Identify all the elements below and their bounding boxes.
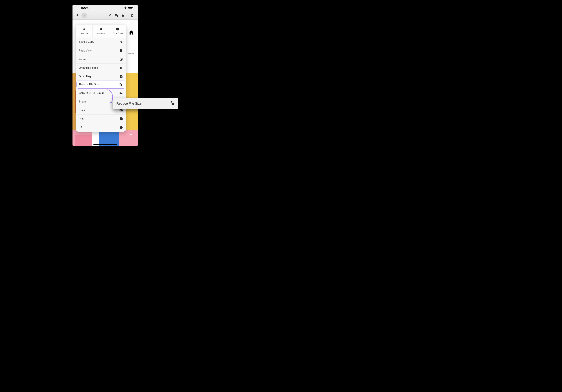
callout-label: Reduce File Size [117, 102, 141, 105]
callout-reduce-file-size: Reduce File Size [113, 98, 178, 109]
menu-item-label: Organize Pages [79, 67, 98, 69]
doc-tile-blue [99, 130, 119, 146]
svg-rect-1 [132, 7, 133, 8]
cell-signal-dots-icon [120, 8, 123, 8]
svg-rect-3 [121, 42, 122, 43]
lock-icon [99, 27, 102, 31]
edit-text-button[interactable] [114, 13, 119, 18]
menu-save-a-copy[interactable]: Save a Copy [76, 38, 126, 46]
printer-icon [119, 117, 123, 120]
svg-rect-9 [121, 68, 122, 69]
menu-item-label: Reduce File Size [79, 83, 99, 86]
dropdown-caret [84, 25, 87, 25]
copy-icon [119, 40, 123, 43]
menu-item-label: Go to Page [79, 75, 92, 78]
password-label: Password [97, 32, 105, 35]
svg-rect-8 [120, 68, 121, 69]
info-icon [119, 126, 123, 129]
menu-print[interactable]: Print [76, 114, 126, 123]
highlighter-button[interactable] [107, 13, 113, 18]
menu-item-label: Share [79, 100, 86, 103]
menu-item-label: Copy to UPDF Cloud [79, 91, 104, 94]
doc-tile-white [92, 130, 99, 146]
menu-copy-to-cloud[interactable]: Copy to UPDF Cloud [76, 89, 126, 97]
home-indicator [94, 144, 117, 145]
svg-rect-6 [120, 67, 121, 67]
status-bar: 15:25 [72, 5, 138, 11]
menu-item-label: Save a Copy [79, 40, 94, 43]
battery-icon [128, 6, 133, 10]
search-pages-button[interactable] [130, 13, 135, 18]
svg-rect-5 [121, 58, 122, 60]
toolbar-separator [128, 13, 128, 17]
phone-frame: 15:25 [72, 5, 138, 146]
svg-rect-7 [121, 67, 122, 67]
dropdown-top-actions: Favorite Password Slide Show [76, 25, 126, 38]
dropdown-toggle-button[interactable] [82, 13, 87, 18]
menu-zoom[interactable]: Zoom [76, 55, 126, 63]
menu-item-label: Zoom [79, 58, 86, 61]
svg-point-13 [122, 118, 122, 119]
menu-item-label: Email [79, 109, 85, 112]
toolbar [72, 11, 138, 20]
password-action[interactable]: Password [93, 25, 109, 38]
doc-year-label: Year 2023 [128, 53, 135, 54]
svg-rect-15 [121, 127, 121, 128]
dropdown-menu-list: Save a Copy Page View Zoom Organize Page… [76, 38, 126, 132]
cloud-icon [119, 92, 123, 94]
slideshow-action[interactable]: Slide Show [109, 25, 126, 38]
menu-organize-pages[interactable]: Organize Pages [76, 63, 126, 72]
doc-small-home-icon [130, 133, 132, 136]
actions-dropdown: Favorite Password Slide Show Save a Copy [76, 25, 126, 132]
zoom-icon [119, 58, 123, 61]
envelope-icon [119, 109, 123, 112]
menu-reduce-file-size[interactable]: Reduce File Size [76, 80, 125, 89]
svg-rect-0 [128, 7, 132, 9]
page-tools-button[interactable] [120, 13, 126, 18]
compress-file-icon [119, 83, 123, 86]
status-time: 15:25 [81, 6, 89, 10]
compress-file-icon [170, 101, 175, 106]
svg-point-16 [121, 127, 121, 127]
favorite-action[interactable]: Favorite [76, 25, 93, 38]
menu-item-label: Page View [79, 49, 92, 52]
svg-rect-11 [121, 84, 122, 86]
wifi-icon [124, 6, 127, 10]
menu-page-view[interactable]: Page View [76, 46, 126, 55]
presentation-icon [116, 28, 119, 31]
menu-item-label: Print [79, 117, 84, 120]
page-icon [119, 49, 123, 52]
star-icon [82, 27, 86, 31]
grid-icon [119, 67, 123, 69]
menu-info[interactable]: Info [76, 123, 126, 132]
status-indicators [120, 6, 133, 10]
svg-rect-17 [172, 103, 174, 105]
doc-large-home-icon [128, 30, 134, 36]
menu-go-to-page[interactable]: Go to Page [76, 72, 126, 81]
home-button[interactable] [75, 13, 80, 18]
menu-item-label: Info [79, 126, 83, 129]
slideshow-label: Slide Show [113, 32, 123, 34]
arrow-right-box-icon [119, 75, 123, 78]
favorite-label: Favorite [81, 32, 88, 35]
